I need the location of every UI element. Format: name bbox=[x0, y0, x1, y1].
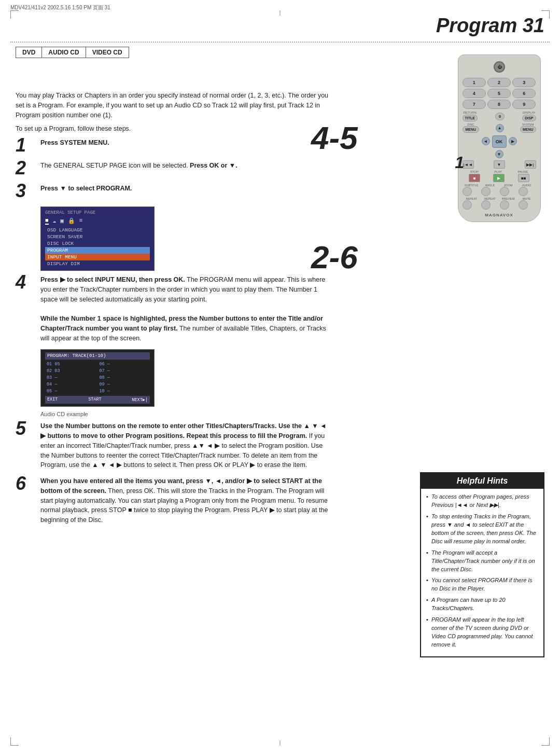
intro-para1: You may play Tracks or Chapters in an or… bbox=[16, 91, 332, 120]
hints-title: Helpful Hints bbox=[421, 473, 543, 489]
btn-1[interactable]: 1 bbox=[463, 78, 486, 87]
step-1: 1 Press SYSTEM MENU. bbox=[16, 138, 332, 155]
btn-9[interactable]: 9 bbox=[512, 100, 536, 109]
menu-icon-2: ▣ bbox=[60, 217, 64, 225]
btn-pause[interactable]: ■■ bbox=[518, 174, 529, 182]
step-6-content: When you have entered all the items you … bbox=[40, 476, 332, 525]
track-cell-0: 01 05 bbox=[45, 361, 97, 367]
btn-system-menu[interactable]: MENU bbox=[520, 126, 536, 133]
pause-label: PAUSE bbox=[517, 170, 528, 173]
remote-container: ⏻ 1 2 3 4 5 6 7 8 9 RETURN TITLE 0 DISPL… bbox=[454, 54, 544, 222]
dpad-area: ◄ OK ▶ bbox=[463, 134, 536, 148]
step-1-content: Press SYSTEM MENU. bbox=[40, 138, 332, 148]
menu-row-4: INPUT MENU bbox=[45, 254, 150, 260]
btn-return[interactable]: TITLE bbox=[463, 115, 478, 121]
power-button[interactable]: ⏻ bbox=[494, 61, 505, 73]
btn-preview[interactable] bbox=[500, 200, 509, 210]
step-4-content: Press ▶ to select INPUT MENU, then press… bbox=[40, 275, 332, 343]
btn-display[interactable]: DISP bbox=[522, 115, 536, 121]
subtitle-label: SUBTITLE bbox=[463, 184, 481, 187]
center-bottom-mark bbox=[280, 740, 281, 746]
mute-label: MUTE bbox=[517, 197, 536, 200]
menu-title-bar: GENERAL SETUP PAGE bbox=[45, 210, 150, 215]
menu-icon-3: 🔒 bbox=[68, 217, 75, 225]
btn-4[interactable]: 4 bbox=[463, 89, 486, 98]
separator-line bbox=[10, 42, 550, 43]
menu-screenshot: GENERAL SETUP PAGE ■ ☁ ▣ 🔒 ≡ OSD LANGUAG… bbox=[40, 207, 155, 271]
btn-repeat2[interactable] bbox=[481, 200, 491, 210]
btn-3[interactable]: 3 bbox=[512, 78, 536, 87]
corner-mark-tl bbox=[10, 10, 19, 19]
menu-icons: ■ ☁ ▣ 🔒 ≡ bbox=[45, 217, 150, 225]
menu-row-3: PROGRAM bbox=[45, 247, 150, 254]
tab-dvd[interactable]: DVD bbox=[16, 47, 42, 58]
large-label-45: 4-5 bbox=[311, 119, 358, 156]
tab-video-cd[interactable]: VIDEO CD bbox=[86, 47, 129, 58]
btn-audio[interactable] bbox=[519, 187, 528, 196]
menu-icon-0: ■ bbox=[45, 217, 49, 225]
hint-item-0: To access other Program pages, press Pre… bbox=[426, 493, 538, 510]
step-number-3: 3 bbox=[16, 182, 36, 200]
btn-next[interactable]: ▶▶| bbox=[525, 160, 536, 169]
step-2-pre: The GENERAL SETUP PAGE icon will be sele… bbox=[40, 162, 190, 169]
btn-0[interactable]: 0 bbox=[495, 113, 505, 120]
btn-play[interactable]: ▶ bbox=[493, 174, 505, 182]
play-label: PLAY bbox=[494, 170, 502, 173]
track-cell-8: 09 — bbox=[98, 381, 150, 388]
step-6: 6 When you have entered all the items yo… bbox=[16, 476, 332, 525]
step-number-5: 5 bbox=[16, 419, 36, 438]
step-number-6: 6 bbox=[16, 474, 36, 493]
return-display-row: RETURN TITLE 0 DISPLAY DISP bbox=[463, 111, 536, 121]
track-cell-4: 05 — bbox=[45, 388, 97, 394]
audio-cd-label: Audio CD example bbox=[40, 411, 332, 417]
btn-down[interactable]: ▼ bbox=[495, 150, 503, 158]
btn-angle[interactable] bbox=[481, 187, 491, 196]
intro-para2: To set up a Program, follow these steps. bbox=[16, 124, 332, 134]
repeat2-label: REPEAT bbox=[481, 197, 499, 200]
btn-mute[interactable] bbox=[519, 200, 528, 210]
intro-section: You may play Tracks or Chapters in an or… bbox=[16, 91, 332, 134]
file-info: MDV421/411v2 2002.5.16 1:50 PM 页面 31 bbox=[10, 4, 110, 11]
btn-subtitle[interactable] bbox=[463, 187, 472, 196]
menu-icon-1: ☁ bbox=[53, 217, 57, 225]
display-label: DISPLAY bbox=[523, 111, 536, 114]
corner-mark-bl bbox=[10, 737, 19, 746]
menu-row-2: DISC LOCK bbox=[45, 240, 150, 247]
stop-label: STOP bbox=[470, 170, 479, 173]
btn-5[interactable]: 5 bbox=[487, 89, 511, 98]
step-2-content: The GENERAL SETUP PAGE icon will be sele… bbox=[40, 161, 332, 171]
btn-2[interactable]: 2 bbox=[487, 78, 511, 87]
btn-6[interactable]: 6 bbox=[512, 89, 536, 98]
helpful-hints-box: Helpful Hints To access other Program pa… bbox=[420, 472, 544, 657]
btn-disc-menu[interactable]: MENU bbox=[463, 126, 480, 133]
btn-7[interactable]: 7 bbox=[463, 100, 486, 109]
track-start: START bbox=[88, 397, 102, 403]
btn-right[interactable]: ▶ bbox=[509, 137, 517, 145]
step-4-bold: Press ▶ to select INPUT MENU, then press… bbox=[40, 276, 185, 283]
hints-content: To access other Program pages, press Pre… bbox=[421, 489, 543, 656]
btn-ok[interactable]: OK bbox=[492, 135, 507, 148]
btn-up[interactable]: ▲ bbox=[496, 124, 504, 132]
center-top-mark bbox=[280, 10, 281, 16]
btn-8[interactable]: 8 bbox=[487, 100, 511, 109]
transport-labels: STOP PLAY PAUSE bbox=[463, 170, 536, 173]
prev-next-row: |◄◄ ▼ ▶▶| bbox=[463, 160, 536, 169]
track-exit: EXIT bbox=[47, 397, 58, 403]
disc-system-row: DISC MENU ▲ SYSTEM MENU bbox=[463, 123, 536, 133]
step-1-text: Press SYSTEM MENU. bbox=[40, 139, 109, 146]
btn-stop[interactable]: ■ bbox=[469, 174, 480, 182]
btn-repeat1[interactable] bbox=[463, 200, 472, 210]
step-5-content: Use the Number buttons on the remote to … bbox=[40, 421, 332, 470]
track-cell-3: 04 — bbox=[45, 381, 97, 388]
btn-left[interactable]: ◄ bbox=[482, 137, 490, 145]
menu-row-0: OSD LANGUAGE bbox=[45, 227, 150, 233]
audio-label: AUDIO bbox=[517, 184, 536, 187]
step-5-bold: Use the Number buttons on the remote to … bbox=[40, 422, 327, 439]
repeat1-label: REPEAT bbox=[463, 197, 481, 200]
step-number-1: 1 bbox=[16, 136, 36, 155]
repeat-labels: REPEAT REPEAT PREVIEW MUTE bbox=[463, 197, 536, 200]
btn-down-arrow[interactable]: ▼ bbox=[494, 160, 505, 169]
step-3-content: Press ▼ to select PROGRAM. bbox=[40, 184, 332, 194]
btn-zoom[interactable] bbox=[500, 187, 509, 196]
tab-audio-cd[interactable]: AUDIO CD bbox=[42, 47, 86, 58]
